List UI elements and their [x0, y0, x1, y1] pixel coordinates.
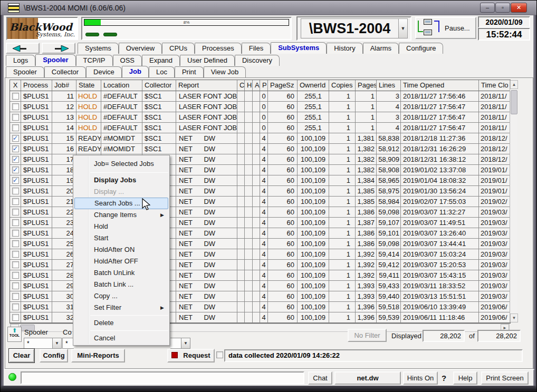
menu-item-cancel[interactable]: Cancel — [74, 332, 168, 344]
row-checkbox-checked[interactable]: ✓ — [12, 166, 19, 173]
minimize-button[interactable]: – — [480, 3, 495, 13]
column-header-ownerid[interactable]: OwnerId — [298, 80, 329, 91]
row-checkbox[interactable] — [12, 314, 19, 321]
row-checkbox[interactable] — [12, 261, 19, 268]
column-header-lines[interactable]: Lines — [377, 80, 401, 91]
subtab-tcp-ip[interactable]: TCP/IP — [76, 55, 113, 66]
spooler-tab-device[interactable]: Device — [86, 66, 122, 77]
column-header-time-opened[interactable]: Time Opened — [401, 80, 479, 91]
tab-scroll-left-button[interactable] — [6, 43, 40, 54]
mini-reports-button[interactable]: Mini-Reports — [71, 349, 125, 362]
question-mark-button[interactable]: ? — [442, 374, 446, 383]
menu-item-set-filter[interactable]: Set Filter▶ — [74, 302, 168, 313]
print-screen-button[interactable]: Print Screen — [481, 371, 529, 385]
column-header-state[interactable]: State — [76, 80, 101, 91]
table-row[interactable]: ✓$PLUS115READY#MOMIDT$SC1NET DW460100,10… — [10, 133, 510, 144]
spooler-tab-view-job[interactable]: View Job — [204, 66, 246, 77]
menu-item-change-items[interactable]: Change Items▶ — [74, 209, 168, 221]
row-checkbox[interactable] — [12, 303, 19, 310]
table-row[interactable]: $PLUS113HOLD#DEFAULT$SC1LASER FONT JOB06… — [10, 112, 510, 123]
column-header-p[interactable]: P — [260, 80, 268, 91]
row-checkbox-checked[interactable]: ✓ — [12, 156, 19, 163]
row-checkbox[interactable] — [12, 293, 19, 300]
chat-button[interactable]: Chat — [308, 371, 332, 385]
hints-on-button[interactable]: Hints On — [403, 371, 438, 385]
tab-alarms[interactable]: Alarms — [363, 43, 399, 54]
menu-item-delete[interactable]: Delete — [74, 317, 168, 329]
scroll-up-icon[interactable]: ▲ — [510, 80, 518, 89]
row-checkbox-checked[interactable]: ✓ — [12, 145, 19, 152]
system-selector[interactable]: \BWS1-2004 ▼ — [296, 16, 411, 41]
subtab-spooler[interactable]: Spooler — [35, 54, 75, 66]
location-filter-combo[interactable]: ▼ — [170, 338, 190, 349]
chevron-down-icon[interactable]: ▼ — [181, 338, 190, 348]
menu-item-display-jobs[interactable]: Display Jobs — [74, 174, 168, 186]
row-checkbox[interactable] — [12, 93, 19, 100]
table-row[interactable]: $PLUS112HOLD#DEFAULT$SC1LASER FONT JOB06… — [10, 102, 510, 112]
tab-subsystems[interactable]: SubSystems — [271, 42, 327, 54]
row-checkbox[interactable] — [12, 188, 19, 194]
column-header-pages[interactable]: Pages — [356, 80, 377, 91]
subtab-oss[interactable]: OSS — [113, 55, 142, 66]
column-header-copies[interactable]: Copies — [329, 80, 356, 91]
scroll-down-icon[interactable]: ▼ — [510, 313, 518, 322]
tab-overview[interactable]: Overview — [119, 43, 162, 54]
menu-item-hold[interactable]: Hold — [74, 221, 168, 232]
subtab-expand[interactable]: Expand — [142, 55, 180, 66]
subtab-user-defined[interactable]: User Defined — [180, 55, 235, 66]
column-header-h[interactable]: H — [245, 80, 253, 91]
spooler-tab-print[interactable]: Print — [175, 66, 204, 77]
row-checkbox[interactable] — [12, 198, 19, 205]
row-checkbox[interactable] — [12, 230, 19, 237]
row-checkbox[interactable] — [12, 114, 19, 121]
chevron-down-icon[interactable]: ▼ — [52, 338, 61, 348]
no-filter-button[interactable]: No Filter — [348, 329, 387, 342]
row-checkbox[interactable] — [12, 209, 19, 215]
tab-processes[interactable]: Processes — [195, 43, 242, 54]
clear-button[interactable]: Clear — [9, 349, 34, 362]
column-header-time-clo[interactable]: Time Clo — [479, 80, 510, 91]
menu-item-start[interactable]: Start — [74, 232, 168, 244]
tab-configure[interactable]: Configure — [399, 43, 443, 54]
tab-history[interactable]: History — [327, 43, 362, 54]
tab-files[interactable]: Files — [242, 43, 271, 54]
subtab-logs[interactable]: Logs — [6, 55, 35, 66]
config-button[interactable]: Config — [40, 349, 68, 362]
menu-item-display[interactable]: Display ... — [74, 186, 168, 198]
spooler-tab-job[interactable]: Job — [122, 66, 149, 77]
column-header-c[interactable]: C — [237, 80, 245, 91]
chevron-down-icon[interactable]: ▼ — [399, 18, 408, 38]
row-checkbox[interactable] — [12, 272, 19, 279]
menu-item-batch-unlink[interactable]: Batch UnLink — [74, 267, 168, 279]
tool-button[interactable]: ⬆ TOOL — [7, 327, 22, 342]
menu-item-copy[interactable]: Copy ... — [74, 290, 168, 302]
menu-item-holdafter-off[interactable]: HoldAfter OFF — [74, 256, 168, 267]
column-header-x[interactable]: X — [10, 80, 21, 91]
table-row[interactable]: $PLUS111HOLD#DEFAULT$SC1LASER FONT JOB06… — [10, 91, 510, 102]
pause-button[interactable]: Pause... — [415, 17, 476, 39]
column-header-job-[interactable]: Job# — [52, 80, 76, 91]
row-checkbox[interactable] — [12, 282, 19, 289]
menu-item-batch-link[interactable]: Batch Link ... — [74, 279, 168, 290]
column-header-report[interactable]: Report — [176, 80, 237, 91]
tab-scroll-right-button[interactable] — [42, 43, 75, 54]
row-checkbox[interactable] — [12, 124, 19, 131]
column-header-collector[interactable]: Collector — [142, 80, 176, 91]
maximize-button[interactable]: ▫ — [495, 3, 510, 13]
spooler-filter-combo[interactable]: * ▼ — [24, 338, 62, 349]
report-name-button[interactable]: net.dw — [334, 371, 401, 385]
row-checkbox-checked[interactable]: ✓ — [12, 177, 19, 184]
row-checkbox-checked[interactable]: ✓ — [12, 135, 19, 142]
collector-filter-combo[interactable]: * — [62, 338, 74, 349]
row-checkbox[interactable] — [12, 103, 19, 110]
tab-systems[interactable]: Systems — [78, 43, 119, 54]
menu-item-search-jobs[interactable]: Search Jobs ... — [74, 198, 168, 209]
request-checkbox[interactable] — [216, 351, 223, 358]
title-bar[interactable]: \BWS1-2004 MOMI (6.06/6.06) – ▫ ✕ — [1, 1, 537, 15]
spooler-tab-collector[interactable]: Collector — [44, 66, 86, 77]
subtab-discovery[interactable]: Discovery — [235, 55, 280, 66]
row-checkbox[interactable] — [12, 251, 19, 258]
column-header-pagesz[interactable]: PageSz — [268, 80, 298, 91]
spooler-tab-loc[interactable]: Loc — [149, 66, 175, 77]
spooler-tab-spooler[interactable]: Spooler — [6, 66, 44, 77]
